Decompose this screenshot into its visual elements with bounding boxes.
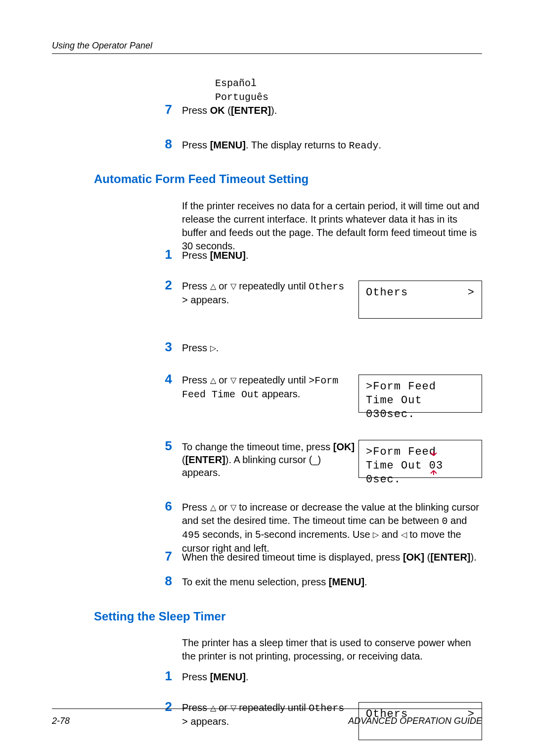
text: ( <box>225 105 231 116</box>
text: ( <box>182 454 185 465</box>
text: ( <box>424 552 430 563</box>
lcd-gt: > <box>468 286 475 300</box>
text: Press <box>182 342 210 353</box>
running-header: Using the Operator Panel <box>52 41 152 51</box>
text: Press <box>182 250 210 261</box>
bold: [ENTER] <box>430 552 470 563</box>
text: Press <box>182 140 210 150</box>
section-title-sleeptimer: Setting the Sleep Timer <box>94 610 225 623</box>
step-8a-text: Press [MENU]. The display returns to Rea… <box>182 139 481 152</box>
text: repeatedly until <box>236 702 309 713</box>
step-6-text: Press △ or ▽ to increase or decrease the… <box>182 501 481 555</box>
step-number-7: 7 <box>157 549 172 564</box>
step-1-text: Press [MENU]. <box>182 249 481 262</box>
section-title-formfeed: Automatic Form Feed Timeout Setting <box>94 172 309 186</box>
triangle-up-icon: △ <box>210 501 216 514</box>
text: repeatedly until <box>236 281 309 291</box>
text: . <box>246 250 249 261</box>
bold: [MENU] <box>210 140 246 150</box>
text: . <box>246 671 249 682</box>
bold: [ENTER] <box>185 454 225 465</box>
section1-intro: If the printer receives no data for a ce… <box>182 199 481 253</box>
step-number-4: 4 <box>157 372 172 387</box>
lcd-line2: Time Out 030sec. <box>366 459 475 487</box>
lcd-line1: Others <box>366 286 408 299</box>
s2-step-number-1: 1 <box>157 668 172 684</box>
step-number-3: 3 <box>157 339 172 355</box>
step-5-text: To change the timeout time, press [OK] (… <box>182 440 355 479</box>
footer-page-number: 2-78 <box>52 716 70 726</box>
step-number-7a: 7 <box>157 102 172 117</box>
step-2-text: Press △ or ▽ repeatedly until Others > a… <box>182 280 350 307</box>
triangle-right-icon: ▷ <box>373 528 379 541</box>
text: To exit the menu selection, press <box>182 576 329 587</box>
lcd-line2: Time Out 030sec. <box>366 394 475 422</box>
bold: [MENU] <box>210 671 246 682</box>
triangle-down-icon: ▽ <box>230 501 236 514</box>
bold: [OK] <box>333 441 355 452</box>
text: and <box>448 515 467 526</box>
footer-rule <box>52 709 482 709</box>
text: To change the timeout time, press <box>182 441 333 452</box>
step-number-6: 6 <box>157 499 172 514</box>
step-7-text: When the desired timeout time is display… <box>182 551 481 564</box>
text: ). <box>271 105 277 116</box>
text: . <box>364 576 367 587</box>
text: repeatedly until <box>236 375 309 385</box>
mono: Ready <box>349 140 379 151</box>
text: Press <box>182 375 210 385</box>
step-number-2: 2 <box>157 278 172 293</box>
bold: OK <box>210 105 225 116</box>
language-list: Español Português <box>215 77 268 104</box>
text: Press <box>182 702 210 713</box>
footer-guide-title: ADVANCED OPERATION GUIDE <box>348 716 482 726</box>
step-3-text: Press ▷. <box>182 341 481 355</box>
text: appears. <box>188 716 229 727</box>
header-rule <box>52 53 482 54</box>
text: or <box>216 375 230 385</box>
text: appears. <box>259 388 300 399</box>
triangle-down-icon: ▽ <box>230 702 236 714</box>
text: or <box>216 702 230 713</box>
bold: [ENTER] <box>231 105 271 116</box>
s2-step-number-2: 2 <box>157 699 172 714</box>
text: ). <box>471 552 477 563</box>
text: Press <box>182 281 210 291</box>
triangle-down-icon: ▽ <box>230 374 236 387</box>
s2-step-2-text: Press △ or ▽ repeatedly until Others > a… <box>182 701 350 729</box>
text: and <box>379 529 400 540</box>
triangle-up-icon: △ <box>210 702 216 714</box>
lcd-others-1: Others > <box>358 281 482 319</box>
text: or <box>216 502 230 513</box>
text: Press <box>182 105 210 116</box>
text: or <box>216 281 230 291</box>
text: Press <box>182 502 210 513</box>
step-number-8a: 8 <box>157 137 172 152</box>
language-pt: Português <box>215 91 268 104</box>
lcd-pre: Time Out 0 <box>366 460 436 472</box>
text: appears. <box>188 294 229 305</box>
lcd-line1: >Form Feed <box>366 445 475 459</box>
lcd-formfeed-1: >Form Feed Time Out 030sec. <box>358 375 482 413</box>
section2-intro: The printer has a sleep timer that is us… <box>182 636 481 663</box>
lcd-line1: >Form Feed <box>366 380 475 394</box>
step-7a-text: Press OK ([ENTER]). <box>182 104 481 117</box>
step-number-8: 8 <box>157 573 172 589</box>
text: . The display returns to <box>246 140 349 150</box>
s2-step-1-text: Press [MENU]. <box>182 670 481 683</box>
text: . <box>379 140 382 150</box>
text: seconds, in 5-second increments. Use <box>200 529 373 540</box>
text: Press <box>182 671 210 682</box>
step-number-1: 1 <box>157 247 172 262</box>
triangle-left-icon: ◁ <box>401 528 407 541</box>
lcd-post: 0sec. <box>366 473 401 486</box>
blinking-cursor: 3 <box>436 459 443 473</box>
text: . <box>216 342 219 353</box>
step-8-text: To exit the menu selection, press [MENU]… <box>182 575 481 588</box>
triangle-right-icon: ▷ <box>210 342 216 355</box>
text: When the desired timeout time is display… <box>182 552 403 563</box>
bold: [MENU] <box>329 576 364 587</box>
language-es: Español <box>215 77 268 91</box>
step-4-text: Press △ or ▽ repeatedly until >Form Feed… <box>182 374 355 401</box>
step-number-5: 5 <box>157 438 172 454</box>
